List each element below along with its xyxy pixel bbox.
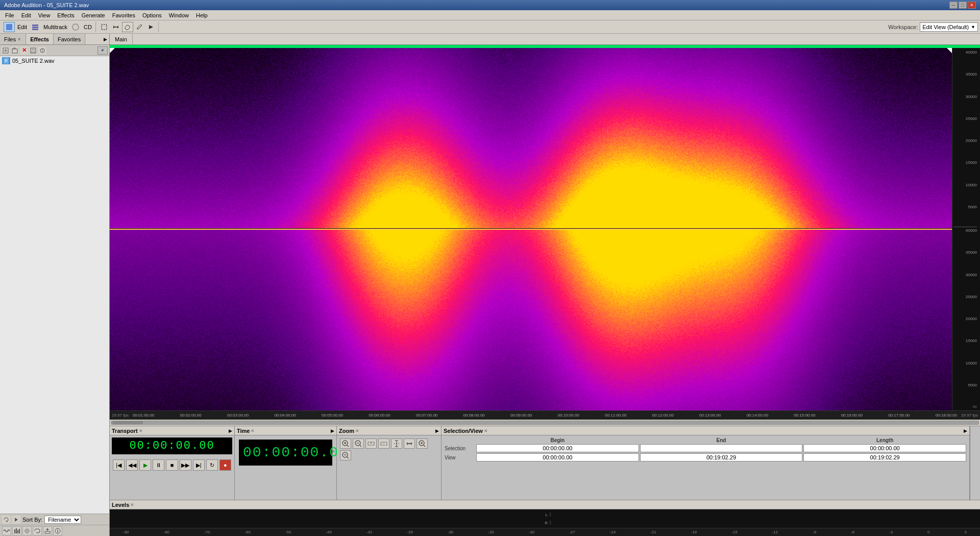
- view-end-input[interactable]: [640, 453, 803, 461]
- menu-view[interactable]: View: [35, 11, 54, 19]
- zoom-in-v-btn[interactable]: [416, 438, 428, 449]
- sel-begin-input[interactable]: [476, 444, 639, 452]
- settings-icon[interactable]: [22, 526, 32, 535]
- pause-btn[interactable]: ⏸: [153, 459, 164, 471]
- view-length-input[interactable]: [803, 453, 966, 461]
- zoom-out-sel-btn[interactable]: [378, 438, 389, 449]
- panel-new-btn[interactable]: [2, 46, 10, 55]
- svg-rect-33: [45, 531, 50, 533]
- main-tab-bar: Main: [110, 34, 980, 45]
- stop-btn[interactable]: ■: [166, 459, 178, 471]
- pencil-btn[interactable]: [134, 22, 145, 32]
- zoom-controls: [337, 435, 441, 464]
- scrollbar-track[interactable]: [111, 421, 979, 425]
- menu-window[interactable]: Window: [166, 11, 192, 19]
- zoom-fit-btn[interactable]: [404, 438, 415, 449]
- panel-properties-btn[interactable]: [38, 46, 46, 55]
- main-tab[interactable]: Main: [110, 34, 133, 44]
- svg-rect-27: [14, 529, 15, 533]
- panel-menu-btn[interactable]: ≡: [97, 46, 108, 55]
- next-btn[interactable]: ▶▶: [180, 459, 191, 471]
- svg-point-20: [42, 51, 43, 52]
- transport-panel: Transport ✕ ▶ 00:00:00.00 |◀ ◀◀ ▶ ⏸ ■ ▶▶…: [110, 426, 235, 500]
- selection-close-icon[interactable]: ✕: [484, 428, 488, 433]
- selection-arrow-icon[interactable]: ▶: [964, 428, 967, 433]
- playback-btn[interactable]: [145, 22, 157, 32]
- zoom-close-icon[interactable]: ✕: [355, 428, 359, 433]
- tab-effects[interactable]: Effects: [26, 34, 54, 44]
- menu-file[interactable]: File: [2, 11, 17, 19]
- zoom-out-v-btn[interactable]: [340, 450, 351, 460]
- lasso-btn[interactable]: [122, 22, 133, 32]
- minimize-button[interactable]: ─: [949, 2, 958, 9]
- transport-arrow-icon[interactable]: ▶: [229, 428, 232, 433]
- tab-files-close-icon[interactable]: ✕: [17, 37, 21, 42]
- file-name: 05_SUITE 2.wav: [12, 58, 55, 64]
- db-labels-bar: -90 -80 -70 -60 -50 -45 -42 -39 -36 -33 …: [110, 528, 980, 536]
- svg-line-44: [360, 445, 361, 447]
- file-item[interactable]: 05_SUITE 2.wav: [0, 56, 109, 65]
- spectrogram-canvas[interactable]: [110, 48, 952, 410]
- db-labels: -90 -80 -70 -60 -50 -45 -42 -39 -36 -33 …: [123, 530, 967, 534]
- levels-close-icon[interactable]: ✕: [130, 502, 134, 507]
- time-arrow-icon[interactable]: ▶: [331, 428, 334, 433]
- sel-length-input[interactable]: [803, 444, 966, 452]
- prev-btn[interactable]: ◀◀: [126, 459, 138, 471]
- transport-time-display: 00:00:00.00: [112, 437, 232, 454]
- menu-help[interactable]: Help: [193, 11, 211, 19]
- workspace-dropdown[interactable]: Edit View (Default) ▼: [920, 22, 978, 32]
- zoom-in-sel-btn[interactable]: [365, 438, 377, 449]
- maximize-button[interactable]: □: [959, 2, 967, 9]
- edit-mode-btn[interactable]: [4, 22, 15, 32]
- panel-close-btn[interactable]: ✕: [20, 46, 28, 55]
- export-icon[interactable]: [43, 526, 52, 535]
- info-icon[interactable]: [53, 526, 62, 535]
- menu-effects[interactable]: Effects: [54, 11, 77, 19]
- zoom-out-h-btn[interactable]: [353, 438, 364, 449]
- panel-arrow-icon[interactable]: ▶: [102, 36, 109, 43]
- workspace-value: Edit View (Default): [922, 24, 969, 30]
- multitrack-btn[interactable]: [30, 22, 41, 32]
- zoom-in-h-btn[interactable]: [340, 438, 351, 449]
- record-btn[interactable]: ●: [219, 459, 231, 471]
- spectrogram-main: 40000 35000 30000 25000 20000 15000 1000…: [110, 48, 980, 410]
- h-scrollbar[interactable]: [110, 420, 980, 426]
- scrollbar-thumb[interactable]: [112, 421, 143, 424]
- loop2-icon[interactable]: [33, 526, 42, 535]
- loop-btn[interactable]: ↻: [206, 459, 218, 471]
- zoom-panel: Zoom ✕ ▶: [337, 426, 442, 500]
- panel-sort: Sort By: Filename Date Type: [0, 514, 109, 525]
- transport-close-icon[interactable]: ✕: [139, 428, 143, 433]
- tab-files[interactable]: Files ✕: [0, 34, 26, 44]
- menu-favorites[interactable]: Favorites: [109, 11, 138, 19]
- tab-favorites[interactable]: Favorites: [54, 34, 85, 44]
- panel-open-btn[interactable]: [11, 46, 19, 55]
- zoom-full-v-btn[interactable]: [391, 438, 402, 449]
- insert-icon[interactable]: [12, 516, 20, 524]
- go-start-btn[interactable]: |◀: [113, 459, 125, 471]
- sel-col-empty: [445, 437, 475, 443]
- panel-save-btn[interactable]: [29, 46, 37, 55]
- time-close-icon[interactable]: ✕: [251, 428, 255, 433]
- go-end-btn[interactable]: ▶|: [193, 459, 205, 471]
- zoom-title: Zoom: [339, 428, 354, 434]
- cd-btn[interactable]: [70, 22, 81, 32]
- spectrum-icon[interactable]: [12, 526, 21, 535]
- waveform-icon[interactable]: [2, 526, 11, 535]
- selection-title: Selection/View: [444, 428, 483, 434]
- menu-edit[interactable]: Edit: [18, 11, 34, 19]
- menu-options[interactable]: Options: [139, 11, 165, 19]
- play-btn[interactable]: ▶: [139, 459, 151, 471]
- loop-icon[interactable]: [2, 516, 10, 524]
- sort-dropdown[interactable]: Filename Date Type: [44, 516, 81, 524]
- view-begin-input[interactable]: [476, 453, 639, 461]
- sel-end-input[interactable]: [640, 444, 803, 452]
- zoom-arrow-icon[interactable]: ▶: [435, 428, 439, 433]
- menu-generate[interactable]: Generate: [79, 11, 108, 19]
- close-button[interactable]: ✕: [968, 2, 976, 9]
- svg-marker-55: [406, 442, 412, 445]
- svg-point-38: [57, 529, 58, 530]
- svg-marker-9: [117, 26, 118, 29]
- selection-tool-btn[interactable]: [99, 22, 110, 32]
- time-select-btn[interactable]: [110, 22, 121, 32]
